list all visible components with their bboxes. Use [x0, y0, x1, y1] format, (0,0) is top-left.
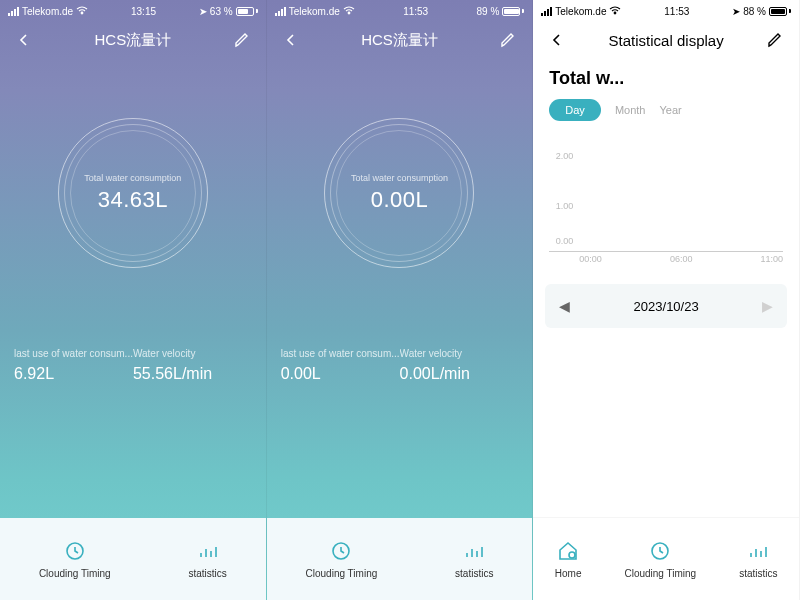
header: HCS流量计	[0, 22, 266, 58]
nav-statistics[interactable]: statistics	[455, 539, 493, 579]
back-button[interactable]	[545, 28, 569, 52]
last-use-value: 0.00L	[281, 365, 400, 383]
metrics: last use of water consum... 6.92L Water …	[0, 348, 266, 383]
status-bar: Telekom.de 13:15 ➤ 63 %	[0, 0, 266, 22]
status-bar: Telekom.de 11:53 89 %	[267, 0, 533, 22]
battery-icon	[502, 7, 524, 16]
date-next-button[interactable]: ▶	[762, 298, 773, 314]
metrics: last use of water consum... 0.00L Water …	[267, 348, 533, 383]
section-title: Total w...	[533, 58, 799, 97]
clock: 13:15	[131, 6, 156, 17]
wifi-icon	[76, 5, 88, 17]
location-icon: ➤	[732, 6, 740, 17]
gauge: Total water consumption 0.00L	[267, 118, 533, 268]
gauge-label: Total water consumption	[84, 173, 181, 183]
battery-icon	[236, 7, 258, 16]
velocity-label: Water velocity	[400, 348, 519, 359]
velocity-value: 0.00L/min	[400, 365, 519, 383]
back-button[interactable]	[279, 28, 303, 52]
x-tick: 06:00	[670, 254, 693, 264]
velocity-value: 55.56L/min	[133, 365, 252, 383]
carrier-label: Telekom.de	[289, 6, 340, 17]
nav-statistics[interactable]: statistics	[739, 539, 777, 579]
y-tick: 0.00	[549, 236, 577, 246]
y-tick: 2.00	[549, 151, 577, 161]
nav-stats-label: statistics	[455, 568, 493, 579]
signal-icon	[8, 7, 19, 16]
edit-button[interactable]	[763, 28, 787, 52]
battery-pct: 88 %	[743, 6, 766, 17]
signal-icon	[541, 7, 552, 16]
wifi-icon	[343, 5, 355, 17]
seg-month[interactable]: Month	[615, 104, 646, 116]
nav-clouding-label: Clouding Timing	[306, 568, 378, 579]
x-tick: 00:00	[579, 254, 602, 264]
screen-statistics: Telekom.de 11:53 ➤ 88 % Statistical disp…	[533, 0, 800, 600]
seg-day[interactable]: Day	[549, 99, 601, 121]
battery-pct: 89 %	[477, 6, 500, 17]
gauge-value: 34.63L	[98, 187, 168, 213]
status-bar: Telekom.de 11:53 ➤ 88 %	[533, 0, 799, 22]
nav-clouding-timing[interactable]: Clouding Timing	[624, 539, 696, 579]
date-navigator: ◀ 2023/10/23 ▶	[545, 284, 787, 328]
x-tick: 11:00	[760, 254, 783, 264]
carrier-label: Telekom.de	[555, 6, 606, 17]
battery-pct: 63 %	[210, 6, 233, 17]
nav-clouding-timing[interactable]: Clouding Timing	[39, 539, 111, 579]
date-prev-button[interactable]: ◀	[559, 298, 570, 314]
svg-point-5	[569, 552, 575, 558]
clock: 11:53	[403, 6, 428, 17]
nav-statistics[interactable]: statistics	[188, 539, 226, 579]
page-title: HCS流量计	[94, 31, 171, 50]
svg-point-0	[81, 12, 83, 14]
velocity-label: Water velocity	[133, 348, 252, 359]
nav-clouding-label: Clouding Timing	[624, 568, 696, 579]
y-tick: 1.00	[549, 201, 577, 211]
nav-clouding-label: Clouding Timing	[39, 568, 111, 579]
back-button[interactable]	[12, 28, 36, 52]
chart: 2.00 1.00 0.00 00:00 06:00 11:00	[533, 131, 799, 270]
date-label: 2023/10/23	[634, 299, 699, 314]
carrier-label: Telekom.de	[22, 6, 73, 17]
screen-flowmeter-2: Telekom.de 11:53 89 % HCS流量计 Total water…	[267, 0, 534, 600]
signal-icon	[275, 7, 286, 16]
battery-icon	[769, 7, 791, 16]
nav-stats-label: statistics	[188, 568, 226, 579]
nav-clouding-timing[interactable]: Clouding Timing	[306, 539, 378, 579]
header: HCS流量计	[267, 22, 533, 58]
header: Statistical display	[533, 22, 799, 58]
page-title: Statistical display	[609, 32, 724, 49]
last-use-label: last use of water consum...	[281, 348, 400, 359]
nav-stats-label: statistics	[739, 568, 777, 579]
clock: 11:53	[664, 6, 689, 17]
gauge-value: 0.00L	[371, 187, 429, 213]
bottom-nav: Home Clouding Timing statistics	[533, 518, 799, 600]
last-use-value: 6.92L	[14, 365, 133, 383]
screen-flowmeter-1: Telekom.de 13:15 ➤ 63 % HCS流量计 Total wat…	[0, 0, 267, 600]
gauge-label: Total water consumption	[351, 173, 448, 183]
page-title: HCS流量计	[361, 31, 438, 50]
nav-home-label: Home	[555, 568, 582, 579]
wifi-icon	[609, 5, 621, 17]
edit-button[interactable]	[496, 28, 520, 52]
last-use-label: last use of water consum...	[14, 348, 133, 359]
edit-button[interactable]	[230, 28, 254, 52]
svg-point-4	[615, 12, 617, 14]
location-icon: ➤	[199, 6, 207, 17]
seg-year[interactable]: Year	[659, 104, 681, 116]
bottom-nav: Clouding Timing statistics	[267, 518, 533, 600]
segmented-control: Day Month Year	[533, 97, 799, 131]
svg-point-2	[348, 12, 350, 14]
bottom-nav: Clouding Timing statistics	[0, 518, 266, 600]
gauge: Total water consumption 34.63L	[0, 118, 266, 268]
nav-home[interactable]: Home	[555, 539, 582, 579]
